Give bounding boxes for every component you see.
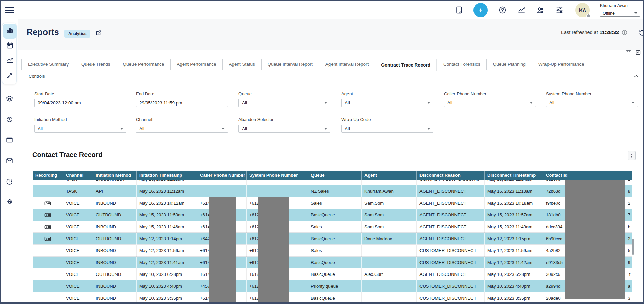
column-header-channel[interactable]: Channel — [63, 171, 93, 180]
recording-icon[interactable] — [44, 236, 51, 241]
row-count-spinner[interactable]: ▲▼ — [628, 151, 636, 160]
sidebar-item-window[interactable] — [3, 133, 16, 148]
sidebar-item-reports[interactable] — [3, 24, 17, 39]
preferences-icon[interactable] — [555, 6, 564, 15]
sidebar-item-pie-chart[interactable] — [3, 175, 16, 190]
column-header-agent[interactable]: Agent — [362, 171, 417, 180]
chevron-down-icon — [120, 128, 123, 130]
contact-id-text: 3d267d — [546, 180, 560, 182]
tab-queue-planning[interactable]: Queue Planning — [486, 59, 532, 70]
tab-queue-performance[interactable]: Queue Performance — [117, 59, 171, 70]
metrics-icon[interactable] — [517, 6, 526, 15]
recording-icon[interactable] — [44, 213, 51, 217]
settings-icon — [6, 198, 13, 207]
system-phone-number-filter: System Phone NumberAll — [546, 91, 638, 107]
tab-wrap-up-performance[interactable]: Wrap-Up Performance — [532, 59, 591, 70]
info-icon[interactable] — [621, 29, 628, 37]
recording-icon[interactable] — [44, 225, 51, 229]
table-row[interactable]: VOICEINBOUNDMay 10, 2023 3:35pm+614+612B… — [33, 292, 632, 304]
abandon-selector-select[interactable]: All — [238, 125, 330, 133]
help-icon[interactable] — [498, 6, 507, 15]
spinner-up-icon[interactable]: ▲ — [630, 153, 633, 156]
contact-id-tail: b — [628, 224, 630, 229]
table-row[interactable]: VOICEINBOUNDMay 15, 2023 11:46am+614+612… — [33, 221, 632, 233]
column-header-system-phone-number[interactable]: System Phone Number — [247, 171, 308, 180]
column-header-disconnect-reason[interactable]: Disconnect Reason — [417, 171, 485, 180]
tab-queue-interval-report[interactable]: Queue Interval Report — [261, 59, 319, 70]
end-date-input[interactable]: 29/05/2023 11:59 pm — [136, 99, 228, 107]
table-row[interactable]: TASKAPIMay 16, 2023 11:12amNZ SalesKhurr… — [33, 185, 632, 197]
tab-executive-summary[interactable]: Executive Summary — [21, 59, 75, 70]
table-vertical-scrollbar[interactable] — [632, 239, 634, 255]
channel-select[interactable]: All — [136, 125, 228, 133]
tab-queue-trends[interactable]: Queue Trends — [75, 59, 117, 70]
start-date-input[interactable]: 09/04/2023 12:00 am — [34, 99, 126, 107]
hamburger-menu-icon[interactable] — [5, 5, 14, 14]
column-header-disconnect-timestamp[interactable]: Disconnect Timestamp — [485, 171, 543, 180]
column-header-queue[interactable]: Queue — [308, 171, 362, 180]
recording-icon[interactable] — [44, 201, 51, 206]
cell-recording[interactable] — [33, 221, 63, 233]
cell-agent: Sam.Som — [362, 221, 417, 233]
system-phone-number-select[interactable]: All — [546, 99, 638, 107]
filter-label: Wrap-Up Code — [341, 117, 433, 122]
filter-label: System Phone Number — [546, 91, 638, 96]
column-header-initiation-method[interactable]: Initiation Method — [93, 171, 137, 180]
column-header-recording[interactable]: Recording — [33, 171, 63, 180]
sidebar-item-mail[interactable] — [3, 154, 16, 169]
contacts-icon[interactable] — [536, 6, 545, 15]
status-select[interactable]: Offline — [600, 10, 640, 17]
contact-id-text: e9133c5 — [546, 260, 563, 265]
cell-initiation-timestamp: May 15, 2023 11:46am — [137, 221, 197, 233]
filter-funnel-icon[interactable] — [625, 49, 632, 57]
cell-agent: Sam.Som — [362, 209, 417, 221]
tab-agent-interval-report[interactable]: Agent Interval Report — [319, 59, 375, 70]
refresh-icon[interactable] — [638, 29, 644, 38]
sidebar-item-schedule[interactable] — [3, 39, 17, 54]
bolt-icon[interactable] — [473, 3, 488, 17]
column-header-initiation-timestamp[interactable]: Initiation Timestamp — [137, 171, 197, 180]
table-row[interactable]: VOICEINBOUNDMay 10, 2023 4:40pm+457+612P… — [33, 280, 632, 292]
avatar[interactable]: KA — [575, 3, 590, 17]
spinner-down-icon[interactable]: ▼ — [630, 156, 633, 158]
table-row[interactable]: TASKDISCONNECTMay 16, 2023 11:13amCONTAC… — [33, 180, 632, 185]
table-row[interactable]: VOICEINBOUNDMay 12, 2023 11:41am+614+612… — [33, 256, 632, 268]
filter-value: All — [38, 126, 43, 131]
table-row[interactable]: VOICEINBOUNDMay 12, 2023 11:56am+614+612… — [33, 245, 632, 256]
cell-recording[interactable] — [33, 197, 63, 209]
cell-recording[interactable] — [33, 233, 63, 245]
queue-select[interactable]: All — [238, 99, 330, 107]
calendar-icon — [6, 42, 14, 51]
sidebar — [1, 19, 18, 302]
sidebar-item-trends[interactable] — [3, 54, 17, 69]
table-row[interactable]: VOICEOUTBOUNDMay 12, 2023 1:14pm+642+612… — [33, 233, 632, 245]
cell-recording — [33, 256, 63, 268]
download-icon[interactable] — [635, 49, 641, 57]
cell-agent — [362, 292, 417, 304]
tab-contract-trace-record[interactable]: Contract Trace Record — [375, 59, 437, 71]
wrap-up-code-select[interactable]: All — [341, 125, 433, 133]
redaction-overlay — [258, 197, 289, 304]
cell-initiation-method: DISCONNECT — [93, 180, 137, 185]
tab-contact-forensics[interactable]: Contact Forensics — [437, 59, 486, 70]
table-row[interactable]: VOICEINBOUNDMay 16, 2023 10:12am+614+612… — [33, 197, 632, 209]
agent-select[interactable]: All — [341, 99, 433, 107]
sidebar-item-history[interactable] — [3, 113, 16, 128]
column-header-contact-id[interactable]: Contact Id — [543, 171, 632, 180]
column-header-caller-phone-number[interactable]: Caller Phone Number — [197, 171, 247, 180]
notes-icon[interactable] — [454, 6, 463, 15]
sidebar-item-settings[interactable] — [3, 195, 16, 210]
sidebar-item-layers[interactable] — [3, 92, 16, 107]
cell-queue: Sales — [308, 197, 362, 209]
external-link-icon[interactable] — [95, 29, 102, 38]
tab-agent-performance[interactable]: Agent Performance — [170, 59, 222, 70]
table-row[interactable]: VOICEOUTBOUNDMay 15, 2023 11:50am+614+61… — [33, 209, 632, 221]
caller-phone-number-select[interactable]: All — [444, 99, 536, 107]
tab-agent-status[interactable]: Agent Status — [222, 59, 261, 70]
sidebar-item-design[interactable] — [3, 69, 17, 83]
cell-initiation-timestamp: May 15, 2023 11:50am — [137, 209, 197, 221]
initiation-method-select[interactable]: All — [34, 125, 126, 133]
chevron-up-icon[interactable] — [634, 74, 639, 80]
cell-recording[interactable] — [33, 209, 63, 221]
table-row[interactable]: VOICEOUTBOUNDMay 10, 2023 6:28pm+614+612… — [33, 268, 632, 280]
